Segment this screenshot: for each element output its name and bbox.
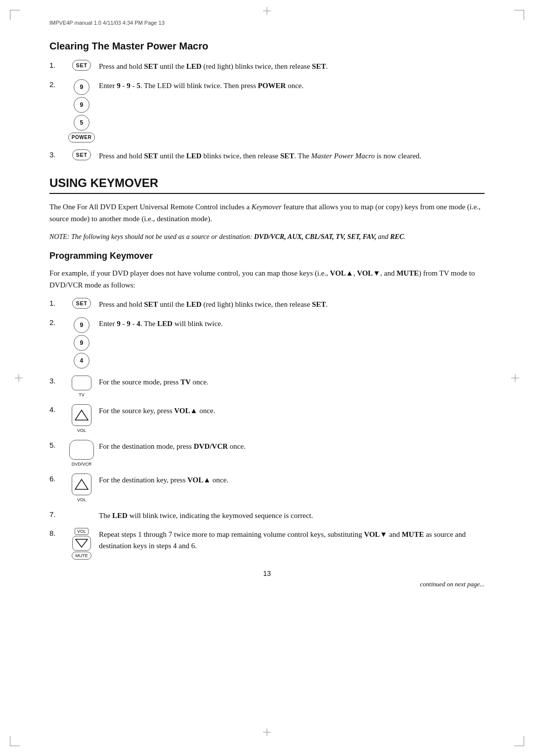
- s2-step-text-3: For the source mode, press TV once.: [99, 376, 485, 388]
- s2-step-number-8: 8.: [49, 528, 64, 537]
- step-text-1: Press and hold SET until the LED (red li…: [99, 60, 485, 72]
- svg-marker-2: [76, 539, 88, 547]
- section2-step-2: 2. 9 9 4 Enter 9 - 9 - 4. The LED will b…: [49, 317, 485, 369]
- section1-step-2: 2. 9 9 5 POWER Enter 9 - 9 - 5. The LED …: [49, 79, 485, 142]
- set-key-button[interactable]: SET: [72, 60, 91, 71]
- tv-label: TV: [79, 392, 85, 397]
- section2-step-8: 8. VOL MUTE Repeat steps 1: [49, 528, 485, 560]
- section2-step-7: 7. The LED will blink twice, indicating …: [49, 509, 485, 521]
- section2-step-6: 6. VOL For the destination key, press VO…: [49, 473, 485, 502]
- section1-steps: 1. SET Press and hold SET until the LED …: [49, 60, 485, 161]
- step-icon-set-1: SET: [64, 60, 99, 71]
- reg-cross-left: [15, 374, 23, 382]
- section2-step-4: 4. VOL For the source key, press VOL▲ on…: [49, 404, 485, 433]
- svg-marker-1: [75, 479, 88, 489]
- s2-step-number-3: 3.: [49, 376, 64, 385]
- s2-step-text-6: For the destination key, press VOL▲ once…: [99, 473, 485, 486]
- header-text: IMPVE4P manual 1.0 4/11/03 4:34 PM Page …: [49, 20, 165, 26]
- vol-label-8: VOL: [75, 528, 89, 535]
- step-number-3: 3.: [49, 149, 64, 159]
- key-5[interactable]: 5: [74, 115, 89, 131]
- s2-set-key-1[interactable]: SET: [72, 298, 91, 309]
- key-power[interactable]: POWER: [68, 133, 95, 142]
- corner-mark-br: [514, 736, 524, 746]
- page: IMPVE4P manual 1.0 4/11/03 4:34 PM Page …: [0, 0, 534, 756]
- s2-step-text-1: Press and hold SET until the LED (red li…: [99, 298, 485, 310]
- vol-up-key[interactable]: [72, 404, 91, 426]
- section1-step-1: 1. SET Press and hold SET until the LED …: [49, 60, 485, 72]
- s2-step-icon-994: 9 9 4: [64, 317, 99, 369]
- step-icon-set-3: SET: [64, 149, 99, 160]
- key-9-1[interactable]: 9: [74, 79, 89, 95]
- section2-step-5: 5. DVD/VCR For the destination mode, pre…: [49, 440, 485, 467]
- step-number-2: 2.: [49, 79, 64, 89]
- s2-step-icon-vol-down-mute: VOL MUTE: [64, 528, 99, 560]
- s2-step-number-4: 4.: [49, 404, 64, 414]
- section2-title: USING KEYMOVER: [49, 176, 485, 194]
- section1-step-3: 3. SET Press and hold SET until the LED …: [49, 149, 485, 162]
- step-number-1: 1.: [49, 60, 64, 69]
- s2-step-icon-tv: TV: [64, 376, 99, 397]
- corner-mark-tl: [10, 10, 20, 20]
- dvd-vcr-label: DVD/VCR: [72, 462, 92, 467]
- section2-step-3: 3. TV For the source mode, press TV once…: [49, 376, 485, 397]
- s2-step-icon-set-1: SET: [64, 298, 99, 309]
- s2-step-icon-vol-up: VOL: [64, 404, 99, 433]
- section2-note: NOTE: The following keys should not be u…: [49, 232, 485, 242]
- corner-mark-bl: [10, 736, 20, 746]
- vol-down-key-8[interactable]: [72, 536, 91, 551]
- s2-key-9-1[interactable]: 9: [74, 317, 89, 333]
- reg-cross-right: [511, 374, 519, 382]
- vol-up-label: VOL: [77, 428, 86, 433]
- s2-key-4[interactable]: 4: [74, 353, 89, 369]
- dvd-vcr-key[interactable]: [69, 440, 94, 460]
- s2-step-text-5: For the destination mode, press DVD/VCR …: [99, 440, 485, 452]
- subsection-title: Programming Keymover: [49, 251, 485, 261]
- s2-step-text-2: Enter 9 - 9 - 4. The LED will blink twic…: [99, 317, 485, 330]
- step-text-2: Enter 9 - 9 - 5. The LED will blink twic…: [99, 79, 485, 92]
- reg-cross-bottom: [263, 728, 271, 736]
- s2-step-number-6: 6.: [49, 473, 64, 483]
- key-9-2[interactable]: 9: [74, 97, 89, 113]
- s2-step-icon-vol-up-6: VOL: [64, 473, 99, 502]
- page-header: IMPVE4P manual 1.0 4/11/03 4:34 PM Page …: [49, 20, 485, 26]
- s2-step-text-4: For the source key, press VOL▲ once.: [99, 404, 485, 417]
- section1-title: Clearing The Master Power Macro: [49, 41, 485, 52]
- s2-step-number-5: 5.: [49, 440, 64, 449]
- vol-up-key-6[interactable]: [72, 473, 91, 495]
- continued-text: continued on next page...: [49, 580, 485, 588]
- s2-step-number-2: 2.: [49, 317, 64, 327]
- section2-steps: 1. SET Press and hold SET until the LED …: [49, 298, 485, 560]
- set-key-button-3[interactable]: SET: [72, 149, 91, 160]
- step-text-3: Press and hold SET until the LED blinks …: [99, 149, 485, 162]
- reg-cross-top: [263, 7, 271, 15]
- svg-marker-0: [75, 410, 88, 420]
- step-icon-995: 9 9 5 POWER: [64, 79, 99, 142]
- s2-step-text-8: Repeat steps 1 through 7 twice more to m…: [99, 528, 485, 551]
- subsection-intro: For example, if your DVD player does not…: [49, 267, 485, 291]
- s2-step-icon-dvd: DVD/VCR: [64, 440, 99, 467]
- page-number: 13: [49, 569, 485, 577]
- section2-intro: The One For All DVD Expert Universal Rem…: [49, 201, 485, 225]
- mute-key-8[interactable]: MUTE: [72, 552, 91, 560]
- s2-key-9-2[interactable]: 9: [74, 335, 89, 351]
- vol-up-label-6: VOL: [77, 497, 86, 502]
- s2-step-number-7: 7.: [49, 509, 64, 519]
- corner-mark-tr: [514, 10, 524, 20]
- s2-step-number-1: 1.: [49, 298, 64, 307]
- section2-step-1: 1. SET Press and hold SET until the LED …: [49, 298, 485, 310]
- s2-step-text-7: The LED will blink twice, indicating the…: [99, 509, 485, 521]
